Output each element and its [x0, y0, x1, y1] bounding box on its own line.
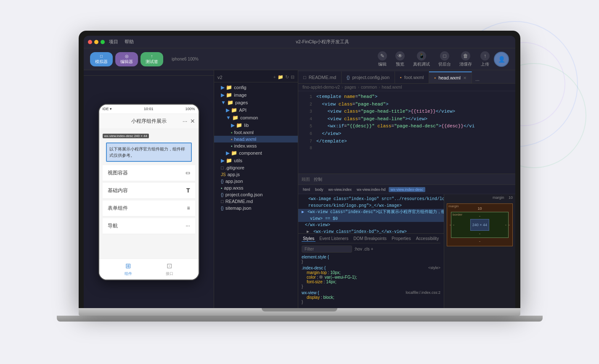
refresh-icon[interactable]: ↻: [285, 74, 289, 80]
user-avatar[interactable]: 👤: [494, 52, 509, 67]
tree-item-utils[interactable]: ▶ 📁 utils: [214, 157, 298, 164]
tree-item-foot-wxml[interactable]: ▪ foot.wxml: [214, 129, 298, 136]
main-content: IDE ▾ 10:01 100% 小程序组件展示 ···: [84, 70, 515, 308]
tree-item-component[interactable]: ▶ 📁 component: [214, 149, 298, 157]
wxml-icon: ▪: [231, 130, 233, 135]
add-folder-icon[interactable]: 📁: [278, 74, 284, 80]
breadcrumb-item-1: pages: [345, 85, 356, 90]
style-close-brace: }: [302, 300, 303, 304]
phone-tab-api[interactable]: ⊡ 接口: [165, 262, 174, 277]
dev-code-line-hl: ▶ <wx-view class="index-desc">以下将展示小程序官方…: [298, 209, 444, 216]
tab-more-button[interactable]: ···: [472, 77, 483, 83]
preview-icon: 👁: [395, 51, 405, 61]
phone-bottom-nav: ⊞ 组件 ⊡ 接口: [99, 258, 199, 280]
dom-breakpoints-tab[interactable]: DOM Breakpoints: [352, 236, 388, 242]
close-nav-icon[interactable]: ✕: [190, 118, 195, 124]
tab-foot-wxml[interactable]: ▪ foot.wxml: [395, 71, 429, 83]
app-title: v2-FinClip小程序开发工具: [134, 39, 511, 45]
action-preview[interactable]: 👁 预览: [395, 51, 405, 67]
tab-label-active: head.wxml: [438, 75, 461, 80]
tree-item-index-wxss[interactable]: ▪ index.wxss: [214, 142, 298, 149]
menu-item-project[interactable]: 项目: [109, 39, 118, 45]
tab-readme[interactable]: □ README.md: [298, 71, 342, 83]
editor-button[interactable]: ◎ 编辑器: [115, 52, 138, 66]
tab-close-button[interactable]: ✕: [463, 76, 466, 80]
minimize-button[interactable]: [94, 40, 98, 44]
action-edit[interactable]: ✎ 编辑: [378, 51, 387, 67]
simulator-button[interactable]: □ 模拟器: [90, 52, 113, 66]
tree-item-readme[interactable]: □ README.md: [214, 198, 298, 205]
dev-code-area[interactable]: <wx-image class="index-logo" src="../res…: [298, 194, 444, 233]
filter-input[interactable]: [302, 245, 352, 253]
prop-name: font-size: [302, 280, 323, 284]
folder-icon: ▶ 📁: [226, 107, 237, 113]
line-num: 5: [300, 123, 312, 130]
tree-item-api[interactable]: ▶ 📁 API: [214, 106, 298, 114]
elem-wx-view-desc[interactable]: wx-view.index-desc: [389, 187, 426, 192]
elem-html[interactable]: html: [301, 187, 312, 192]
api-tab-label: 接口: [166, 271, 173, 277]
elem-wx-view-hd[interactable]: wx-view.index-hd: [355, 187, 388, 192]
code-line-4: 4 <view class="page-head-line"></view>: [298, 116, 515, 123]
tab-project-config[interactable]: {} project.config.json: [342, 71, 395, 83]
md-icon: □: [221, 199, 224, 204]
tab-head-wxml[interactable]: ▪ head.wxml ✕: [429, 71, 472, 83]
breadcrumb-item-0: fino-applet-demo-v2: [302, 85, 340, 90]
tree-item-app-json[interactable]: {} app.json: [214, 178, 298, 185]
screen-bezel: 项目 帮助 v2-FinClip小程序开发工具 □ 模拟器 ◎ 编: [84, 36, 515, 308]
test-button[interactable]: ↑ 测试签: [140, 52, 163, 66]
phone-nav-bar: 小程序组件展示 ··· ✕: [99, 114, 199, 129]
tree-label: head.wxml: [234, 137, 257, 142]
list-item-1[interactable]: 基础内容 T: [103, 183, 195, 199]
breadcrumb-item-2: common: [361, 85, 377, 90]
elem-wx-view-index[interactable]: wx-view.index: [326, 187, 354, 192]
action-background[interactable]: □ 切后台: [438, 51, 451, 67]
code-scroll[interactable]: 1 <template name="head"> 2 <view class="…: [298, 91, 515, 174]
dev-code-line: ▶ <wx-view class="index-bd">_</wx-view>: [298, 229, 444, 234]
more-icon[interactable]: ···: [183, 118, 188, 124]
window-controls: [88, 40, 105, 44]
devtools-label-1: 顾图: [302, 177, 310, 182]
tree-item-app-js[interactable]: JS app.js: [214, 171, 298, 178]
tree-item-pages[interactable]: ▼ 📁 pages: [214, 99, 298, 106]
styles-panel: Styles Event Listeners DOM Breakpoints P…: [298, 234, 444, 308]
properties-tab[interactable]: Properties: [390, 236, 412, 242]
styles-tab[interactable]: Styles: [302, 236, 315, 242]
accessibility-tab[interactable]: Accessibility: [415, 236, 440, 242]
list-item-3[interactable]: 导航 ···: [103, 218, 195, 234]
api-tab-icon: ⊡: [165, 262, 174, 270]
collapse-icon[interactable]: ⊟: [291, 74, 294, 80]
tree-item-config[interactable]: ▶ 📁 config: [214, 84, 298, 91]
tree-item-image[interactable]: ▶ 📁 image: [214, 91, 298, 99]
style-close-brace: }: [302, 284, 303, 289]
close-button[interactable]: [88, 40, 92, 44]
action-clear-cache[interactable]: 🗑 清缓存: [459, 51, 472, 67]
menu-item-help[interactable]: 帮助: [125, 39, 134, 45]
add-file-icon[interactable]: +: [273, 74, 276, 80]
tree-item-sitemap[interactable]: {} sitemap.json: [214, 205, 298, 211]
md-tab-icon: □: [303, 75, 306, 80]
tree-item-project-config[interactable]: {} project.config.json: [214, 191, 298, 198]
event-listeners-tab[interactable]: Event Listeners: [318, 236, 350, 242]
tree-label: README.md: [225, 199, 253, 204]
tree-item-lib[interactable]: ▶ 📁 lib: [214, 121, 298, 129]
prop-name: color: [302, 275, 316, 280]
upload-label: 上传: [481, 61, 489, 67]
tree-item-gitignore[interactable]: □ .gitignore: [214, 164, 298, 171]
tree-item-head-wxml[interactable]: ▪ head.wxml: [214, 136, 298, 142]
tree-item-common[interactable]: ▼ 📁 common: [214, 114, 298, 121]
left-panel-header: [84, 70, 214, 76]
action-device-debug[interactable]: 📱 真机调试: [413, 51, 430, 67]
list-item-0[interactable]: 视图容器 ▭: [103, 165, 195, 181]
tree-item-app-wxss[interactable]: ▪ app.wxss: [214, 185, 298, 191]
style-selector: element.style {: [302, 255, 329, 259]
maximize-button[interactable]: [101, 40, 105, 44]
elem-body[interactable]: body: [313, 187, 326, 192]
list-item-2[interactable]: 表单组件 ≡: [103, 200, 195, 216]
action-upload[interactable]: ↑ 上传: [480, 51, 490, 67]
editor-label: 编辑器: [120, 59, 133, 65]
line-arrow: ▶: [302, 229, 309, 234]
editor-tabs: □ README.md {} project.config.json ▪ foo…: [298, 70, 515, 84]
phone-tab-components[interactable]: ⊞ 组件: [124, 262, 133, 277]
test-label: 测试签: [146, 59, 158, 65]
